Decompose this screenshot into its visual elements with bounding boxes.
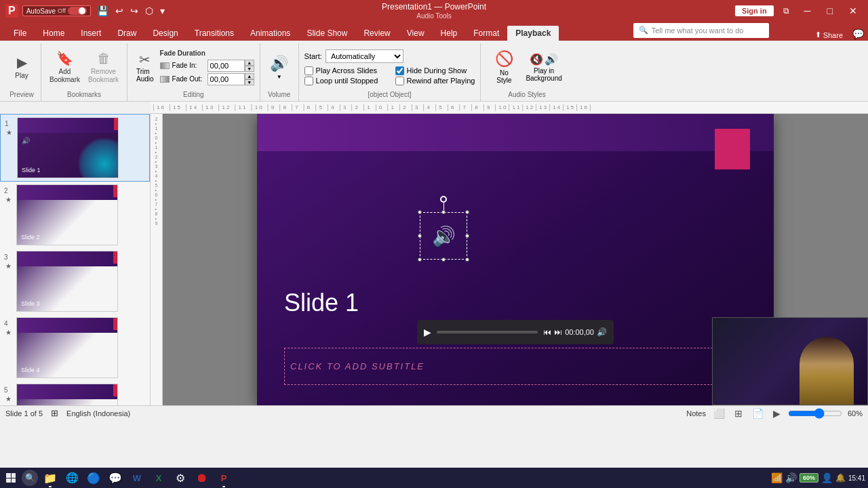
audio-icon-container[interactable]: 🔊 — [420, 212, 467, 260]
handle-tc[interactable] — [441, 210, 446, 214]
taskbar-file-explorer[interactable]: 📁 — [41, 468, 60, 487]
hide-during-show-checkbox[interactable] — [395, 66, 404, 75]
loop-row[interactable]: Loop until Stopped — [304, 77, 384, 85]
slide-item-1[interactable]: 1 ★ 🔊 Slide 1 — [0, 114, 150, 182]
maximize-button[interactable]: □ — [822, 4, 838, 18]
sign-in-button[interactable]: Sign in — [735, 5, 774, 16]
handle-bc[interactable] — [441, 258, 446, 262]
play-background-button[interactable]: 🔇 🔊 Play inBackground — [523, 50, 564, 85]
undo-icon[interactable]: ↩ — [113, 4, 125, 18]
tab-review[interactable]: Review — [355, 26, 398, 41]
tab-home[interactable]: Home — [35, 26, 73, 41]
taskbar-edge[interactable]: 🌐 — [62, 468, 81, 487]
minimize-button[interactable]: ─ — [799, 4, 816, 18]
tab-animations[interactable]: Animations — [242, 26, 298, 41]
handle-ml[interactable] — [418, 234, 422, 238]
taskbar-settings[interactable]: ⚙ — [171, 468, 190, 487]
slide-3-thumbnail[interactable]: Slide 3 — [16, 251, 118, 312]
trim-audio-button[interactable]: ✂ TrimAudio — [133, 50, 157, 84]
volume-button[interactable]: 🔊 ▼ — [266, 54, 293, 81]
tab-insert[interactable]: Insert — [73, 26, 109, 41]
slide-1-thumbnail[interactable]: 🔊 Slide 1 — [17, 117, 119, 178]
share-button[interactable]: ⬆ Share — [810, 29, 848, 41]
canvas-area[interactable]: 🔊 ▶ ⏮ ⏭ 00:00,00 🔊 Slide 1 CLICK TO ADD … — [163, 114, 868, 405]
close-button[interactable]: ✕ — [844, 4, 863, 18]
play-across-row[interactable]: Play Across Slides — [304, 66, 384, 75]
taskbar-excel[interactable]: X — [149, 468, 168, 487]
play-across-checkbox[interactable] — [304, 66, 313, 75]
fade-in-input[interactable]: 00,00 — [208, 60, 245, 72]
taskbar-chrome[interactable]: 🔵 — [84, 468, 103, 487]
remove-bookmark-button[interactable]: 🗑 RemoveBookmark — [85, 49, 121, 85]
people-icon[interactable]: 👤 — [821, 472, 833, 483]
taskbar-whatsapp[interactable]: 💬 — [106, 468, 125, 487]
slide-panel[interactable]: 1 ★ 🔊 Slide 1 2 ★ Slide 2 — [0, 114, 151, 405]
mc-play-button[interactable]: ▶ — [424, 327, 431, 338]
fade-in-down[interactable]: ▼ — [245, 66, 254, 72]
restore-window-icon[interactable]: ⧉ — [779, 5, 793, 17]
autosave-toggle[interactable] — [68, 7, 87, 15]
mc-next-button[interactable]: ⏭ — [554, 327, 562, 337]
sound-icon[interactable]: 🔊 — [785, 472, 797, 483]
handle-br[interactable] — [465, 258, 469, 262]
notification-icon[interactable]: 🔔 — [835, 473, 846, 483]
start-select[interactable]: Automatically When Clicked In Click Sequ… — [326, 49, 403, 63]
handle-bl[interactable] — [418, 258, 422, 262]
slide-4-thumbnail[interactable]: Slide 4 — [16, 317, 118, 378]
audio-selection-box[interactable]: 🔊 — [420, 212, 467, 260]
reading-view-button[interactable]: 📄 — [750, 407, 766, 420]
no-style-button[interactable]: 🚫 NoStyle — [489, 47, 519, 87]
mc-progress-bar[interactable] — [437, 331, 538, 333]
tab-view[interactable]: View — [399, 26, 433, 41]
loop-checkbox[interactable] — [304, 77, 313, 85]
redo-icon[interactable]: ↪ — [128, 4, 140, 18]
tab-draw[interactable]: Draw — [109, 26, 144, 41]
slide-item-2[interactable]: 2 ★ Slide 2 — [0, 182, 150, 248]
tab-design[interactable]: Design — [144, 26, 186, 41]
rewind-row[interactable]: Rewind after Playing — [395, 77, 475, 85]
tab-format[interactable]: Format — [465, 26, 507, 41]
tab-transitions[interactable]: Transitions — [186, 26, 242, 41]
fade-out-down[interactable]: ▼ — [245, 79, 254, 85]
comments-icon[interactable]: 💬 — [848, 27, 868, 41]
fade-in-up[interactable]: ▲ — [245, 60, 254, 66]
tab-help[interactable]: Help — [433, 26, 466, 41]
handle-tr[interactable] — [465, 210, 469, 214]
save-icon[interactable]: 💾 — [95, 4, 111, 18]
zoom-slider[interactable] — [788, 409, 842, 418]
fade-out-up[interactable]: ▲ — [245, 73, 254, 79]
hide-during-show-row[interactable]: Hide During Show — [395, 66, 475, 75]
autosave-badge[interactable]: AutoSave Off — [22, 5, 91, 16]
network-icon[interactable]: 📶 — [771, 472, 783, 483]
subtitle-text-box[interactable]: CLICK TO ADD SUBTITLE — [284, 348, 747, 385]
more-icon[interactable]: ▾ — [158, 4, 167, 18]
play-button[interactable]: ▶ Play — [8, 53, 35, 81]
handle-mr[interactable] — [465, 234, 469, 238]
fade-out-input[interactable]: 00,00 — [208, 73, 245, 85]
tab-file[interactable]: File — [5, 26, 35, 41]
slide-5-thumbnail[interactable]: Slide 5 — [16, 384, 118, 405]
slide-2-thumbnail[interactable]: Slide 2 — [16, 184, 118, 245]
mc-prev-button[interactable]: ⏮ — [543, 327, 551, 337]
normal-view-button[interactable]: ⬜ — [711, 407, 727, 420]
taskbar-search[interactable]: 🔍 — [22, 470, 38, 486]
tab-slideshow[interactable]: Slide Show — [298, 26, 355, 41]
slide-title[interactable]: Slide 1 — [284, 289, 359, 317]
mc-volume-button[interactable]: 🔊 — [597, 327, 607, 337]
slide-item-3[interactable]: 3 ★ Slide 3 — [0, 248, 150, 314]
taskbar-word[interactable]: W — [127, 468, 146, 487]
ribbon-search[interactable]: 🔍 Tell me what you want to do — [633, 23, 769, 38]
rewind-checkbox[interactable] — [395, 77, 404, 85]
fit-icon[interactable]: ⊞ — [51, 408, 58, 418]
rotate-handle[interactable] — [440, 196, 447, 203]
slideshow-button[interactable]: ▶ — [771, 407, 783, 420]
start-button[interactable] — [3, 470, 19, 486]
add-bookmark-button[interactable]: 🔖 AddBookmark — [47, 49, 83, 85]
notes-button[interactable]: Notes — [686, 409, 706, 418]
taskbar-powerpoint[interactable]: P — [214, 468, 233, 487]
tab-playback[interactable]: Playback — [507, 26, 559, 41]
slide-item-5[interactable]: 5 ★ Slide 5 — [0, 381, 150, 405]
present-icon[interactable]: ⬡ — [143, 4, 155, 18]
slide-item-4[interactable]: 4 ★ Slide 4 — [0, 314, 150, 381]
handle-tl[interactable] — [418, 210, 422, 214]
